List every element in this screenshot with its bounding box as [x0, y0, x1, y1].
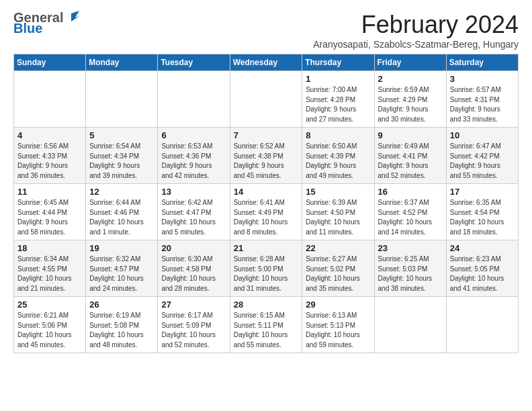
day-info: Sunrise: 6:21 AM Sunset: 5:06 PM Dayligh… — [17, 311, 82, 350]
calendar-cell: 18Sunrise: 6:34 AM Sunset: 4:55 PM Dayli… — [14, 240, 86, 297]
day-number: 22 — [306, 243, 370, 253]
day-info: Sunrise: 6:30 AM Sunset: 4:58 PM Dayligh… — [161, 255, 226, 293]
calendar-cell: 3Sunrise: 6:57 AM Sunset: 4:31 PM Daylig… — [446, 71, 518, 128]
day-info: Sunrise: 6:19 AM Sunset: 5:08 PM Dayligh… — [89, 311, 154, 350]
calendar-cell: 19Sunrise: 6:32 AM Sunset: 4:57 PM Dayli… — [86, 240, 158, 297]
calendar-cell: 11Sunrise: 6:45 AM Sunset: 4:44 PM Dayli… — [14, 184, 86, 240]
calendar-cell: 10Sunrise: 6:47 AM Sunset: 4:42 PM Dayli… — [446, 128, 518, 184]
svg-marker-0 — [71, 11, 79, 21]
day-info: Sunrise: 6:37 AM Sunset: 4:52 PM Dayligh… — [378, 198, 443, 237]
day-info: Sunrise: 6:47 AM Sunset: 4:42 PM Dayligh… — [450, 142, 515, 181]
calendar-week-row: 25Sunrise: 6:21 AM Sunset: 5:06 PM Dayli… — [14, 297, 519, 353]
day-number: 16 — [378, 187, 443, 197]
calendar-header-thursday: Thursday — [302, 54, 374, 71]
calendar-cell: 27Sunrise: 6:17 AM Sunset: 5:09 PM Dayli… — [158, 297, 230, 353]
calendar-cell: 2Sunrise: 6:59 AM Sunset: 4:29 PM Daylig… — [374, 71, 446, 128]
day-info: Sunrise: 6:35 AM Sunset: 4:54 PM Dayligh… — [450, 198, 515, 237]
calendar-cell: 23Sunrise: 6:25 AM Sunset: 5:03 PM Dayli… — [374, 240, 446, 297]
day-info: Sunrise: 6:50 AM Sunset: 4:39 PM Dayligh… — [306, 142, 370, 181]
day-number: 25 — [17, 300, 82, 310]
day-info: Sunrise: 6:53 AM Sunset: 4:36 PM Dayligh… — [161, 142, 226, 181]
day-number: 14 — [234, 187, 299, 197]
calendar-week-row: 18Sunrise: 6:34 AM Sunset: 4:55 PM Dayli… — [14, 240, 519, 297]
logo-blue: Blue — [13, 21, 42, 35]
calendar-week-row: 1Sunrise: 7:00 AM Sunset: 4:28 PM Daylig… — [14, 71, 519, 128]
day-info: Sunrise: 6:44 AM Sunset: 4:46 PM Dayligh… — [89, 198, 154, 237]
day-info: Sunrise: 6:15 AM Sunset: 5:11 PM Dayligh… — [234, 311, 299, 350]
day-info: Sunrise: 6:23 AM Sunset: 5:05 PM Dayligh… — [450, 255, 515, 293]
day-number: 8 — [306, 130, 370, 140]
calendar-cell: 1Sunrise: 7:00 AM Sunset: 4:28 PM Daylig… — [302, 71, 374, 128]
day-number: 4 — [17, 130, 82, 140]
calendar-week-row: 11Sunrise: 6:45 AM Sunset: 4:44 PM Dayli… — [14, 184, 519, 240]
calendar-cell: 24Sunrise: 6:23 AM Sunset: 5:05 PM Dayli… — [446, 240, 518, 297]
calendar-cell: 17Sunrise: 6:35 AM Sunset: 4:54 PM Dayli… — [446, 184, 518, 240]
calendar-cell: 14Sunrise: 6:41 AM Sunset: 4:49 PM Dayli… — [230, 184, 302, 240]
calendar-cell: 7Sunrise: 6:52 AM Sunset: 4:38 PM Daylig… — [230, 128, 302, 184]
calendar-header-row: SundayMondayTuesdayWednesdayThursdayFrid… — [14, 54, 519, 71]
page-header: General Blue February 2024 Aranyosapati,… — [13, 11, 519, 50]
day-number: 21 — [234, 243, 299, 253]
day-info: Sunrise: 6:54 AM Sunset: 4:34 PM Dayligh… — [89, 142, 154, 181]
day-number: 29 — [306, 300, 370, 310]
day-info: Sunrise: 6:39 AM Sunset: 4:50 PM Dayligh… — [306, 198, 370, 237]
calendar-cell: 8Sunrise: 6:50 AM Sunset: 4:39 PM Daylig… — [302, 128, 374, 184]
day-info: Sunrise: 6:52 AM Sunset: 4:38 PM Dayligh… — [234, 142, 299, 181]
day-info: Sunrise: 6:25 AM Sunset: 5:03 PM Dayligh… — [378, 255, 443, 293]
calendar-cell: 15Sunrise: 6:39 AM Sunset: 4:50 PM Dayli… — [302, 184, 374, 240]
calendar-cell — [86, 71, 158, 128]
month-title: February 2024 — [313, 11, 519, 39]
logo-bird-icon — [64, 11, 79, 24]
calendar-table: SundayMondayTuesdayWednesdayThursdayFrid… — [13, 54, 519, 353]
calendar-cell: 28Sunrise: 6:15 AM Sunset: 5:11 PM Dayli… — [230, 297, 302, 353]
day-number: 27 — [161, 300, 226, 310]
calendar-cell: 21Sunrise: 6:28 AM Sunset: 5:00 PM Dayli… — [230, 240, 302, 297]
calendar-header-wednesday: Wednesday — [230, 54, 302, 71]
day-number: 24 — [450, 243, 515, 253]
calendar-cell: 20Sunrise: 6:30 AM Sunset: 4:58 PM Dayli… — [158, 240, 230, 297]
day-info: Sunrise: 6:57 AM Sunset: 4:31 PM Dayligh… — [450, 85, 515, 124]
day-number: 19 — [89, 243, 154, 253]
day-info: Sunrise: 6:13 AM Sunset: 5:13 PM Dayligh… — [306, 311, 370, 350]
location-subtitle: Aranyosapati, Szabolcs-Szatmar-Bereg, Hu… — [313, 39, 519, 50]
day-number: 6 — [161, 130, 226, 140]
day-info: Sunrise: 6:56 AM Sunset: 4:33 PM Dayligh… — [17, 142, 82, 181]
day-number: 1 — [306, 74, 370, 84]
logo: General Blue — [13, 11, 79, 35]
day-number: 10 — [450, 130, 515, 140]
day-number: 5 — [89, 130, 154, 140]
day-number: 17 — [450, 187, 515, 197]
day-number: 23 — [378, 243, 443, 253]
calendar-header-monday: Monday — [86, 54, 158, 71]
calendar-cell: 26Sunrise: 6:19 AM Sunset: 5:08 PM Dayli… — [86, 297, 158, 353]
calendar-cell: 16Sunrise: 6:37 AM Sunset: 4:52 PM Dayli… — [374, 184, 446, 240]
calendar-header-sunday: Sunday — [14, 54, 86, 71]
day-number: 26 — [89, 300, 154, 310]
calendar-cell: 6Sunrise: 6:53 AM Sunset: 4:36 PM Daylig… — [158, 128, 230, 184]
day-number: 7 — [234, 130, 299, 140]
calendar-cell — [158, 71, 230, 128]
day-info: Sunrise: 6:28 AM Sunset: 5:00 PM Dayligh… — [234, 255, 299, 293]
calendar-cell — [230, 71, 302, 128]
calendar-cell — [14, 71, 86, 128]
day-number: 18 — [17, 243, 82, 253]
day-info: Sunrise: 6:59 AM Sunset: 4:29 PM Dayligh… — [378, 85, 443, 124]
day-info: Sunrise: 6:27 AM Sunset: 5:02 PM Dayligh… — [306, 255, 370, 293]
day-number: 15 — [306, 187, 370, 197]
title-block: February 2024 Aranyosapati, Szabolcs-Sza… — [313, 11, 519, 50]
calendar-header-saturday: Saturday — [446, 54, 518, 71]
day-info: Sunrise: 6:45 AM Sunset: 4:44 PM Dayligh… — [17, 198, 82, 237]
day-number: 3 — [450, 74, 515, 84]
day-number: 28 — [234, 300, 299, 310]
calendar-cell — [374, 297, 446, 353]
day-number: 20 — [161, 243, 226, 253]
day-number: 2 — [378, 74, 443, 84]
day-info: Sunrise: 6:49 AM Sunset: 4:41 PM Dayligh… — [378, 142, 443, 181]
day-info: Sunrise: 7:00 AM Sunset: 4:28 PM Dayligh… — [306, 85, 370, 124]
day-number: 12 — [89, 187, 154, 197]
calendar-cell: 29Sunrise: 6:13 AM Sunset: 5:13 PM Dayli… — [302, 297, 374, 353]
day-info: Sunrise: 6:17 AM Sunset: 5:09 PM Dayligh… — [161, 311, 226, 350]
calendar-cell: 9Sunrise: 6:49 AM Sunset: 4:41 PM Daylig… — [374, 128, 446, 184]
day-info: Sunrise: 6:32 AM Sunset: 4:57 PM Dayligh… — [89, 255, 154, 293]
day-number: 9 — [378, 130, 443, 140]
